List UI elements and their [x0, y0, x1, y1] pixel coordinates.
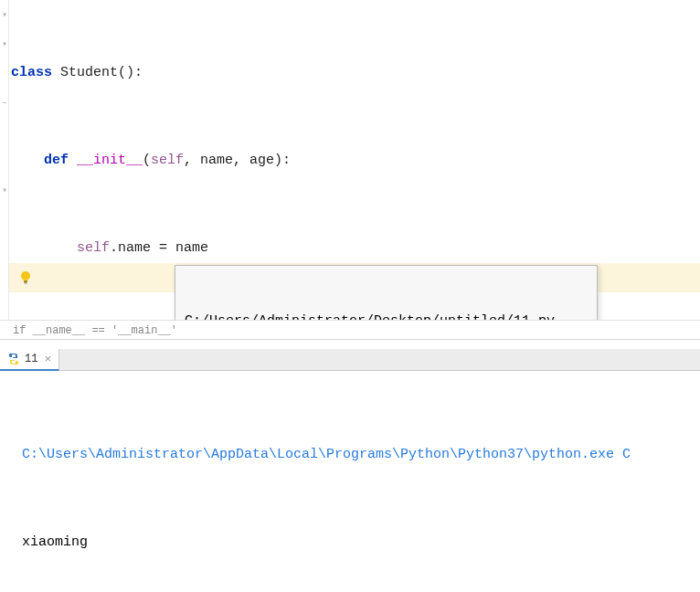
quick-doc-tooltip[interactable]: C:/Users/Administrator/Desktop/untitled/… — [175, 265, 598, 320]
svg-point-0 — [21, 271, 30, 280]
tooltip-path: C:/Users/Administrator/Desktop/untitled/… — [185, 312, 588, 320]
svg-rect-1 — [24, 280, 27, 282]
keyword-self: self — [77, 240, 110, 256]
code-text: .name = name — [110, 240, 208, 256]
fold-marker-icon[interactable]: ▾ — [0, 40, 9, 49]
function-name: __init__ — [77, 153, 143, 168]
breadcrumb-item[interactable]: if __name__ == '__main__' — [13, 324, 177, 337]
keyword-class: class — [11, 65, 52, 80]
code-text: , name, age): — [184, 153, 291, 168]
run-tab[interactable]: 11 × — [0, 349, 59, 371]
fold-marker-icon[interactable]: ▾ — [0, 11, 9, 20]
code-text: Student(): — [52, 65, 143, 80]
close-icon[interactable]: × — [44, 353, 51, 366]
code-text — [11, 240, 77, 256]
console-output: xiaoming — [22, 528, 700, 557]
keyword-def: def — [11, 153, 77, 168]
fold-end-icon: – — [0, 99, 9, 108]
code-editor[interactable]: ▾ ▾ – ▾ class Student(): def __init__(se… — [0, 0, 700, 320]
run-tool-tabs: 11 × — [0, 349, 700, 371]
console-command: C:\Users\Administrator\AppData\Local\Pro… — [22, 440, 700, 470]
fold-marker-icon[interactable]: ▾ — [0, 186, 9, 196]
run-tab-label: 11 — [25, 353, 37, 365]
svg-rect-2 — [25, 282, 27, 284]
python-file-icon — [7, 353, 20, 365]
keyword-self: self — [151, 153, 184, 168]
intention-bulb-icon[interactable] — [18, 270, 33, 285]
code-text: ( — [143, 153, 151, 168]
gutter: ▾ ▾ – ▾ — [0, 0, 9, 320]
breadcrumb-bar[interactable]: if __name__ == '__main__' — [0, 320, 700, 340]
run-console[interactable]: C:\Users\Administrator\AppData\Local\Pro… — [0, 371, 700, 592]
